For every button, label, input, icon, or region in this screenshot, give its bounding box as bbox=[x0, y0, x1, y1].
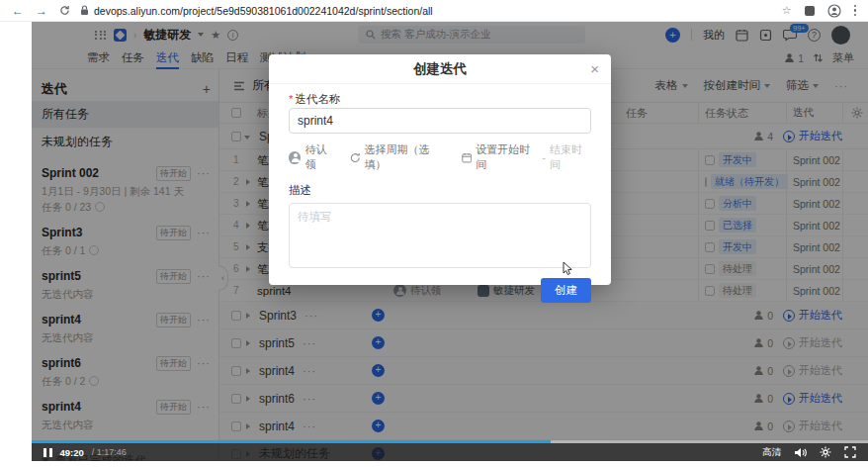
status-cell[interactable]: 开发中 bbox=[698, 236, 786, 257]
group-row[interactable]: Sprint3··· + 0 开始迭代 bbox=[219, 302, 868, 329]
start-iteration-button[interactable]: 开始迭代 bbox=[783, 129, 842, 143]
more-icon[interactable]: ··· bbox=[197, 314, 211, 326]
sort-dropdown[interactable]: 按创建时间 bbox=[704, 78, 771, 93]
more-icon[interactable]: ··· bbox=[303, 365, 316, 377]
expand-arrow-icon[interactable] bbox=[246, 201, 250, 207]
tab-schedule[interactable]: 日程 bbox=[225, 47, 248, 69]
sidebar-item-all-tasks[interactable]: 所有任务 bbox=[32, 101, 218, 128]
expand-arrow-icon[interactable] bbox=[246, 179, 250, 185]
appgrid-icon[interactable] bbox=[95, 31, 107, 40]
project-caret-icon[interactable] bbox=[198, 33, 204, 37]
start-iteration-button[interactable]: 开始迭代 bbox=[783, 335, 842, 350]
assignee-picker[interactable]: 待认领 bbox=[289, 142, 336, 172]
help-icon[interactable]: ? bbox=[808, 29, 821, 42]
cycle-picker[interactable]: 选择周期（选填） bbox=[350, 142, 448, 172]
checkbox[interactable] bbox=[705, 155, 715, 165]
checkbox[interactable] bbox=[231, 394, 241, 404]
info-icon[interactable]: i bbox=[227, 30, 238, 41]
quick-add-icon[interactable]: + bbox=[372, 420, 385, 432]
fullscreen-icon[interactable] bbox=[844, 446, 856, 458]
sidebar-sprint[interactable]: sprint5 待开始 ··· 无迭代内容 bbox=[42, 258, 211, 302]
extension-icon[interactable] bbox=[805, 6, 815, 16]
checkbox[interactable] bbox=[705, 242, 715, 252]
pause-icon[interactable] bbox=[43, 448, 52, 457]
quick-add-icon[interactable]: + bbox=[372, 309, 385, 322]
view-mode-dropdown[interactable]: 表格 bbox=[655, 78, 688, 93]
calendar-icon[interactable] bbox=[736, 29, 748, 42]
checkbox[interactable] bbox=[231, 132, 241, 141]
more-icon[interactable]: ··· bbox=[197, 227, 211, 238]
more-icon[interactable]: ··· bbox=[197, 357, 211, 369]
sidebar-item-unplanned[interactable]: 未规划的任务 bbox=[42, 128, 211, 155]
more-icon[interactable]: ··· bbox=[303, 420, 316, 432]
message-icon[interactable]: 99+ bbox=[783, 29, 797, 42]
sidebar-sprint[interactable]: sprint4 待开始 ··· 无迭代内容 bbox=[42, 389, 211, 432]
tab-requirements[interactable]: 需求 bbox=[87, 47, 110, 69]
group-row[interactable]: sprint4··· + 0 开始迭代 bbox=[219, 357, 868, 385]
quality-selector[interactable]: 高清 bbox=[762, 446, 781, 459]
checkbox[interactable] bbox=[705, 177, 707, 187]
chrome-menu-icon[interactable] bbox=[854, 5, 857, 17]
checkbox[interactable] bbox=[705, 221, 715, 231]
quick-add-icon[interactable]: + bbox=[372, 364, 385, 377]
group-collapse-icon[interactable] bbox=[233, 81, 245, 91]
more-icon[interactable]: ··· bbox=[834, 80, 848, 92]
forward-icon[interactable]: → bbox=[36, 4, 47, 18]
sidebar-sprint[interactable]: sprint4 待开始 ··· 无迭代内容 bbox=[42, 302, 211, 345]
expand-arrow-icon[interactable] bbox=[246, 266, 250, 272]
status-cell[interactable]: 待处理 bbox=[698, 280, 786, 301]
status-cell[interactable]: 分析中 bbox=[698, 193, 786, 214]
col-mid[interactable]: 任务 bbox=[626, 103, 648, 123]
back-icon[interactable]: ← bbox=[12, 4, 24, 18]
close-icon[interactable]: × bbox=[590, 60, 599, 77]
expand-arrow-icon[interactable] bbox=[246, 223, 250, 229]
iteration-name-input[interactable] bbox=[289, 108, 591, 134]
volume-icon[interactable] bbox=[794, 447, 807, 458]
checkbox[interactable] bbox=[231, 311, 241, 321]
expand-arrow-icon[interactable] bbox=[246, 244, 250, 250]
group-row[interactable]: sprint4··· + 0 开始迭代 bbox=[219, 413, 868, 440]
checkbox[interactable] bbox=[705, 264, 715, 274]
expand-arrow-icon[interactable] bbox=[246, 368, 250, 374]
checkbox[interactable] bbox=[231, 366, 241, 376]
more-icon[interactable]: ··· bbox=[303, 337, 316, 349]
more-icon[interactable]: ··· bbox=[197, 270, 211, 282]
tab-iterations[interactable]: 迭代 bbox=[156, 47, 179, 69]
add-iteration-icon[interactable]: + bbox=[203, 82, 211, 96]
tab-tasks[interactable]: 任务 bbox=[122, 47, 144, 69]
video-progress-bar[interactable] bbox=[32, 440, 868, 443]
url-text[interactable]: devops.aliyun.com/project/5e9d590381061d… bbox=[94, 5, 433, 17]
column-settings-gear-icon[interactable] bbox=[851, 107, 863, 119]
start-iteration-button[interactable]: 开始迭代 bbox=[783, 391, 842, 406]
filter-dropdown[interactable]: 筛选 bbox=[786, 78, 819, 93]
create-button[interactable]: 创建 bbox=[541, 278, 591, 303]
col-iteration[interactable]: 迭代 bbox=[786, 103, 842, 123]
tab-defects[interactable]: 缺陷 bbox=[191, 47, 214, 69]
profile-icon[interactable] bbox=[827, 4, 841, 18]
switch-icon[interactable] bbox=[813, 52, 824, 63]
status-cell[interactable]: 开发中 bbox=[698, 149, 786, 170]
expand-arrow-icon[interactable] bbox=[246, 313, 250, 319]
more-icon[interactable]: ··· bbox=[303, 393, 316, 405]
status-cell[interactable]: 待处理 bbox=[698, 258, 786, 279]
checkbox[interactable] bbox=[705, 199, 715, 209]
checkbox[interactable] bbox=[231, 338, 241, 348]
menu-button[interactable]: 菜单 bbox=[832, 50, 854, 65]
quick-add-icon[interactable]: + bbox=[372, 392, 385, 405]
user-avatar[interactable] bbox=[831, 26, 850, 45]
checkbox[interactable] bbox=[231, 421, 241, 431]
sidebar-sprint[interactable]: Sprint3 待开始 ··· 任务 0 / 1 bbox=[42, 215, 211, 258]
quick-add-icon[interactable]: + bbox=[372, 336, 385, 349]
status-cell[interactable]: 已选择 bbox=[698, 215, 786, 235]
select-all-checkbox[interactable] bbox=[231, 108, 241, 118]
project-name[interactable]: 敏捷研发 bbox=[143, 27, 191, 44]
my-menu[interactable]: 我的 bbox=[703, 28, 725, 43]
settings-gear-icon[interactable] bbox=[820, 446, 831, 458]
start-iteration-button[interactable]: 开始迭代 bbox=[783, 363, 842, 378]
more-icon[interactable]: ··· bbox=[197, 401, 211, 413]
workbench-icon[interactable] bbox=[759, 29, 772, 42]
more-icon[interactable]: ··· bbox=[197, 167, 211, 179]
more-icon[interactable]: ··· bbox=[304, 310, 318, 322]
sidebar-sprint[interactable]: sprint6 待开始 ··· 任务 0 / 2 bbox=[42, 345, 211, 389]
group-row[interactable]: sprint6··· + 0 开始迭代 bbox=[219, 385, 868, 413]
